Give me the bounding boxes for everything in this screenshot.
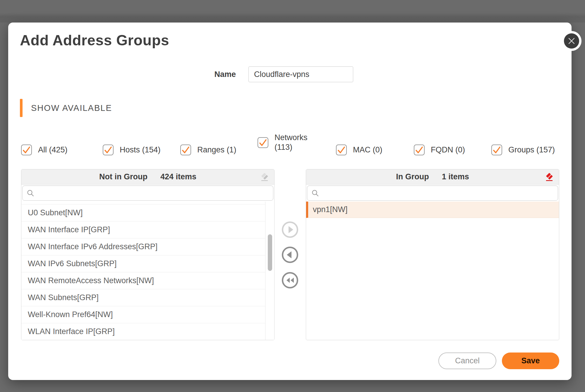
filter-label: FQDN (0) — [431, 145, 465, 154]
checkbox-checked-icon[interactable] — [491, 145, 502, 155]
cancel-button[interactable]: Cancel — [438, 353, 496, 369]
list-item-selected[interactable]: vpn1[NW] — [306, 202, 559, 218]
in-group-header: In Group 1 items — [306, 169, 559, 185]
filter-label: All (425) — [38, 145, 68, 154]
panel-title: Not in Group — [99, 172, 147, 181]
search-icon — [311, 189, 319, 197]
filter-checkbox-all[interactable]: All (425) — [21, 144, 68, 155]
list-item[interactable]: Well-Known Pref64[NW] — [21, 306, 265, 323]
name-input[interactable] — [248, 66, 353, 82]
filter-checkbox-ranges[interactable]: Ranges (1) — [180, 144, 236, 155]
search-input[interactable] — [322, 186, 554, 200]
list-item-partial — [21, 202, 265, 204]
arrow-right-circle-icon — [282, 221, 298, 238]
list-item[interactable]: WAN RemoteAccess Networks[NW] — [21, 272, 265, 289]
panel-title: In Group — [396, 172, 429, 181]
name-label: Name — [184, 70, 236, 79]
filter-label: MAC (0) — [353, 145, 382, 154]
move-left-button[interactable] — [282, 246, 298, 263]
background-seam — [0, 13, 585, 23]
filter-checkbox-fqdn[interactable]: FQDN (0) — [414, 144, 465, 155]
scrollbar-track[interactable] — [265, 202, 274, 340]
not-in-group-panel: Not in Group 424 items — [21, 169, 275, 340]
in-group-panel: In Group 1 items vpn1[NW] — [306, 169, 559, 340]
checkbox-checked-icon[interactable] — [180, 145, 191, 155]
panel-item-count: 1 items — [442, 172, 469, 181]
panel-item-count: 424 items — [160, 172, 196, 181]
double-arrow-left-circle-icon — [282, 272, 298, 289]
page-title: Add Address Groups — [20, 32, 169, 49]
list-item[interactable]: WAN Subnets[GRP] — [21, 289, 265, 306]
list-item[interactable]: WLAN Interface IP[GRP] — [21, 323, 265, 340]
add-address-groups-dialog: Add Address Groups Name SHOW AVAILABLE A… — [8, 23, 572, 380]
section-accent-bar — [20, 99, 23, 117]
list-item[interactable]: WAN Interface IPv6 Addresses[GRP] — [21, 238, 265, 255]
section-heading: SHOW AVAILABLE — [31, 103, 112, 113]
in-group-list[interactable]: vpn1[NW] — [306, 202, 559, 340]
checkbox-checked-icon[interactable] — [414, 145, 425, 155]
eraser-icon-red[interactable] — [544, 172, 554, 183]
filter-label: Hosts (154) — [120, 145, 161, 154]
filter-checkbox-networks[interactable]: Networks (113) — [258, 131, 308, 154]
scrollbar-thumb[interactable] — [268, 234, 272, 271]
filter-label: Groups (157) — [508, 145, 555, 154]
close-icon — [564, 33, 579, 49]
checkbox-checked-icon[interactable] — [258, 137, 268, 148]
in-group-search[interactable] — [307, 185, 558, 201]
filter-label: Networks (113) — [275, 133, 308, 152]
arrow-left-circle-icon — [282, 246, 298, 263]
eraser-icon[interactable] — [260, 172, 270, 183]
close-button[interactable] — [562, 31, 581, 51]
filter-checkbox-mac[interactable]: MAC (0) — [336, 144, 382, 155]
filter-checkbox-groups[interactable]: Groups (157) — [491, 144, 555, 155]
filter-label: Ranges (1) — [197, 145, 236, 154]
list-item[interactable]: U0 Subnet[NW] — [21, 204, 265, 221]
list-item[interactable]: WAN Interface IP[GRP] — [21, 221, 265, 238]
checkbox-checked-icon[interactable] — [103, 145, 114, 155]
list-item[interactable]: WAN IPv6 Subnets[GRP] — [21, 255, 265, 272]
not-in-group-search[interactable] — [22, 185, 273, 201]
save-button[interactable]: Save — [502, 353, 559, 369]
checkbox-checked-icon[interactable] — [21, 145, 32, 155]
search-input[interactable] — [37, 186, 269, 200]
not-in-group-header: Not in Group 424 items — [21, 169, 274, 185]
move-right-button[interactable] — [282, 221, 298, 238]
checkbox-checked-icon[interactable] — [336, 145, 347, 155]
not-in-group-list[interactable]: U0 Subnet[NW] WAN Interface IP[GRP] WAN … — [21, 202, 274, 340]
filter-checkbox-hosts[interactable]: Hosts (154) — [103, 144, 161, 155]
move-all-left-button[interactable] — [282, 272, 298, 289]
search-icon — [27, 189, 35, 197]
